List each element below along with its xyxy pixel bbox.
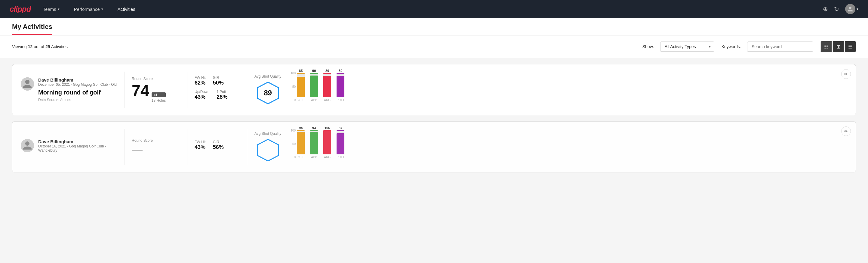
list-view-button[interactable]: ☷ xyxy=(820,41,832,52)
gir-label: GIR xyxy=(213,76,224,80)
round-date: October 16, 2021 · Gog Magog Golf Club -… xyxy=(38,144,117,152)
keywords-label: Keywords: xyxy=(721,44,741,49)
player-name: Dave Billingham xyxy=(38,139,117,144)
stats-section: FW Hit 62% GIR 50% Up/Down 43% 1 Putt 28… xyxy=(195,76,240,104)
stat-row-2: Up/Down 43% 1 Putt 28% xyxy=(195,90,240,100)
score-badge-holes: +4 18 Holes xyxy=(152,92,166,103)
refresh-icon[interactable]: ↻ xyxy=(834,5,839,12)
card-meta: Dave Billingham October 16, 2021 · Gog M… xyxy=(38,139,117,155)
activity-type-select-wrapper[interactable]: All Activity Types ▾ xyxy=(660,41,714,52)
card-divider-3 xyxy=(247,71,247,108)
edit-button[interactable]: ✏ xyxy=(841,69,851,79)
list-view-icon: ☷ xyxy=(824,44,828,50)
shot-quality-chart: 100 50 0 85 OTT 90 APP 89 ARG xyxy=(288,71,847,108)
gir-value: 50% xyxy=(213,80,224,86)
round-score-label: Round Score xyxy=(132,139,180,143)
view-buttons: ☷ ⊞ ☰ xyxy=(820,41,856,52)
gir-stat: GIR 56% xyxy=(213,140,224,150)
nav-performance[interactable]: Performance ▾ xyxy=(71,5,105,13)
one-putt-label: 1 Putt xyxy=(217,90,227,94)
gir-stat: GIR 50% xyxy=(213,76,224,86)
fw-hit-label: FW Hit xyxy=(195,76,206,80)
nav-activities-label: Activities xyxy=(118,7,135,12)
fw-hit-value: 62% xyxy=(195,80,206,86)
fw-hit-stat: FW Hit 43% xyxy=(195,140,206,150)
fw-hit-label: FW Hit xyxy=(195,140,206,144)
fw-hit-value: 43% xyxy=(195,144,206,150)
nav-performance-label: Performance xyxy=(74,7,100,12)
updown-label: Up/Down xyxy=(195,90,209,94)
stats-section: FW Hit 43% GIR 56% xyxy=(195,140,240,154)
card-divider-2 xyxy=(187,71,187,108)
stat-row-1: FW Hit 62% GIR 50% xyxy=(195,76,240,86)
score-main: 74 +4 18 Holes xyxy=(132,83,180,103)
nav-teams[interactable]: Teams ▾ xyxy=(40,5,62,13)
player-avatar xyxy=(21,139,34,152)
score-number: 74 xyxy=(132,83,149,98)
page-header: My Activities xyxy=(0,18,868,35)
avg-shot-quality-label: Avg Shot Quality xyxy=(254,132,281,136)
round-score-section: Round Score 74 +4 18 Holes xyxy=(132,77,180,103)
edit-button[interactable]: ✏ xyxy=(841,126,851,136)
card-divider-3 xyxy=(247,129,247,165)
avatar-chevron-icon: ▾ xyxy=(857,7,858,11)
nav-teams-label: Teams xyxy=(43,7,56,12)
avg-shot-quality-label: Avg Shot Quality xyxy=(254,74,281,79)
player-avatar xyxy=(21,77,34,91)
card-left: Dave Billingham October 16, 2021 · Gog M… xyxy=(21,139,117,155)
round-date: December 05, 2021 · Gog Magog Golf Club … xyxy=(38,83,117,87)
nav-teams-chevron-icon: ▾ xyxy=(58,7,60,11)
score-badge: +4 xyxy=(152,92,166,97)
gir-value: 56% xyxy=(213,144,224,150)
navbar-right: ⊕ ↻ ▾ xyxy=(823,4,858,14)
hexagon: 89 xyxy=(256,81,280,105)
score-main: — xyxy=(132,144,180,155)
hexagon-container: 89 xyxy=(254,81,281,105)
navbar: clippd Teams ▾ Performance ▾ Activities … xyxy=(0,0,868,18)
nav-activities[interactable]: Activities xyxy=(115,5,138,13)
grid-view-icon: ⊞ xyxy=(836,44,840,50)
gir-label: GIR xyxy=(213,140,224,144)
stat-row-1: FW Hit 43% GIR 56% xyxy=(195,140,240,150)
holes-label: 18 Holes xyxy=(152,98,166,103)
avg-shot-quality-section: Avg Shot Quality 100 50 0 94 xyxy=(254,129,847,165)
hexagon-container xyxy=(254,138,281,162)
quality-hex-block: Avg Shot Quality xyxy=(254,132,281,162)
show-label: Show: xyxy=(643,44,654,49)
score-number: — xyxy=(132,144,143,155)
one-putt-stat: 1 Putt 28% xyxy=(217,90,227,100)
one-putt-value: 28% xyxy=(217,94,227,100)
grid-view-button[interactable]: ⊞ xyxy=(833,41,844,52)
shot-quality-chart: 100 50 0 94 OTT 93 APP 106 ARG xyxy=(288,129,847,165)
add-icon[interactable]: ⊕ xyxy=(823,5,828,12)
activity-card: Dave Billingham December 05, 2021 · Gog … xyxy=(12,64,856,115)
hexagon xyxy=(256,138,280,162)
compact-view-icon: ☰ xyxy=(848,44,852,50)
card-divider xyxy=(124,129,125,165)
updown-value: 43% xyxy=(195,94,209,100)
updown-stat: Up/Down 43% xyxy=(195,90,209,100)
card-left: Dave Billingham December 05, 2021 · Gog … xyxy=(21,77,117,102)
user-menu[interactable]: ▾ xyxy=(845,4,858,14)
hex-score: 89 xyxy=(264,89,272,97)
card-divider xyxy=(124,71,125,108)
card-divider-2 xyxy=(187,129,187,165)
fw-hit-stat: FW Hit 62% xyxy=(195,76,206,86)
data-source: Data Source: Arccos xyxy=(38,98,117,102)
quality-hex-block: Avg Shot Quality 89 xyxy=(254,74,281,105)
page-title: My Activities xyxy=(12,23,52,35)
viewing-text: Viewing 12 out of 29 Activities xyxy=(12,44,68,49)
keyword-input[interactable] xyxy=(747,41,813,52)
round-score-section: Round Score — xyxy=(132,139,180,155)
filter-bar: Viewing 12 out of 29 Activities Show: Al… xyxy=(0,35,868,58)
activity-card: Dave Billingham October 16, 2021 · Gog M… xyxy=(12,121,856,172)
avatar xyxy=(845,4,856,14)
activity-type-select[interactable]: All Activity Types xyxy=(660,41,714,52)
round-score-label: Round Score xyxy=(132,77,180,81)
player-name: Dave Billingham xyxy=(38,77,117,83)
activities-content: Dave Billingham December 05, 2021 · Gog … xyxy=(0,58,868,184)
logo: clippd xyxy=(10,4,31,14)
nav-performance-chevron-icon: ▾ xyxy=(101,7,103,11)
round-title: Morning round of golf xyxy=(38,89,117,96)
compact-view-button[interactable]: ☰ xyxy=(844,41,856,52)
